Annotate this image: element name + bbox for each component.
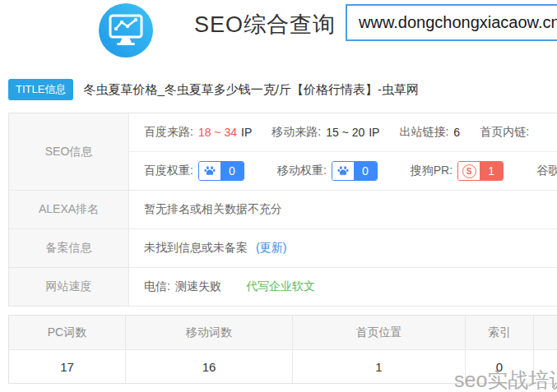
mobile-paw-icon <box>332 162 354 180</box>
mobile-traffic: 移动来路: 15 ~ 20 IP <box>272 125 379 140</box>
baidu-traffic-label: 百度来路: <box>144 125 193 140</box>
value-pc-words: 17 <box>9 350 126 383</box>
baidu-weight-value: 0 <box>220 162 244 180</box>
watermark: seo实战培训 <box>454 367 557 392</box>
mobile-weight-badge[interactable]: 0 <box>332 161 378 181</box>
baidu-weight-badge[interactable]: 0 <box>198 161 244 181</box>
sogou-pr-badge[interactable]: S 1 <box>457 161 504 181</box>
mobile-traffic-label: 移动来路: <box>272 125 321 140</box>
mobile-weight-value: 0 <box>354 162 377 180</box>
baidu-traffic-unit: IP <box>241 126 252 139</box>
row-seo-info: SEO信息 百度来路: 18 ~ 34 IP 移动来路: 15 ~ 20 IP … <box>9 113 557 191</box>
header-extra <box>534 316 557 349</box>
row-label-speed: 网站速度 <box>9 268 129 306</box>
telecom-label: 电信: <box>144 279 170 294</box>
page-title: 冬虫夏草价格_冬虫夏草多少钱一克/斤【价格行情表】-虫草网 <box>83 82 419 98</box>
header-homepage-position: 首页位置 <box>293 316 466 349</box>
ad-link[interactable]: 代写企业软文 <box>246 279 315 294</box>
alexa-content: 暂无排名或相关数据不充分 <box>129 191 557 228</box>
title-info-badge: TITLE信息 <box>8 79 73 100</box>
row-alexa: ALEXA排名 暂无排名或相关数据不充分 <box>9 191 557 229</box>
header-index: 索引 <box>466 316 534 349</box>
outbound-links: 出站链接: 6 <box>399 125 460 140</box>
sogou-pr: 搜狗PR: S 1 <box>411 161 504 181</box>
outbound-links-label: 出站链接: <box>399 125 448 140</box>
row-label-seo-info: SEO信息 <box>9 113 129 190</box>
baidu-weight-label: 百度权重: <box>144 164 193 178</box>
value-homepage-position: 1 <box>293 350 466 383</box>
baidu-paw-icon <box>199 162 220 180</box>
baidu-weight: 百度权重: 0 <box>144 161 244 181</box>
baidu-traffic-value: 18 ~ 34 <box>198 126 237 139</box>
baidu-traffic: 百度来路: 18 ~ 34 IP <box>144 125 252 140</box>
seo-info-table: SEO信息 百度来路: 18 ~ 34 IP 移动来路: 15 ~ 20 IP … <box>8 113 557 307</box>
row-speed: 网站速度 电信: 测速失败 代写企业软文 <box>9 268 557 306</box>
beian-update-link[interactable]: (更新) <box>256 241 286 256</box>
row-label-alexa: ALEXA排名 <box>9 191 129 228</box>
row-beian: 备案信息 未找到信息或未备案 (更新) <box>9 229 557 268</box>
sogou-pr-value: 1 <box>480 162 503 180</box>
mobile-weight: 移动权重: 0 <box>277 161 378 181</box>
header-mobile-words: 移动词数 <box>126 316 293 349</box>
url-input[interactable] <box>346 4 557 41</box>
sogou-icon: S <box>458 162 480 180</box>
weight-line: 百度权重: 0 <box>129 152 557 190</box>
outbound-links-value: 6 <box>453 126 460 139</box>
seo-logo-icon <box>99 3 153 58</box>
traffic-line: 百度来路: 18 ~ 34 IP 移动来路: 15 ~ 20 IP 出站链接: … <box>129 113 557 152</box>
sogou-pr-label: 搜狗PR: <box>411 164 453 178</box>
header-pc-words: PC词数 <box>9 316 126 349</box>
telecom-value: 测速失败 <box>175 279 221 294</box>
google-pr-label: 谷歌PR: <box>536 164 557 178</box>
mobile-traffic-unit: IP <box>369 126 379 139</box>
google-pr: 谷歌PR: <box>536 161 557 181</box>
title-bar: TITLE信息 冬虫夏草价格_冬虫夏草多少钱一克/斤【价格行情表】-虫草网 <box>8 79 419 100</box>
row-label-beian: 备案信息 <box>9 229 129 267</box>
mobile-traffic-value: 15 ~ 20 <box>326 126 364 139</box>
keyword-table-header: PC词数 移动词数 首页位置 索引 <box>9 316 557 350</box>
beian-content: 未找到信息或未备案 <box>144 241 248 256</box>
homepage-internal-links: 首页内链: <box>480 125 534 140</box>
homepage-internal-links-label: 首页内链: <box>480 125 529 140</box>
app-title: SEO综合查询 <box>194 10 336 39</box>
value-mobile-words: 16 <box>126 350 293 383</box>
seo-query-page: SEO综合查询 TITLE信息 冬虫夏草价格_冬虫夏草多少钱一克/斤【价格行情表… <box>0 0 557 392</box>
mobile-weight-label: 移动权重: <box>277 164 327 178</box>
